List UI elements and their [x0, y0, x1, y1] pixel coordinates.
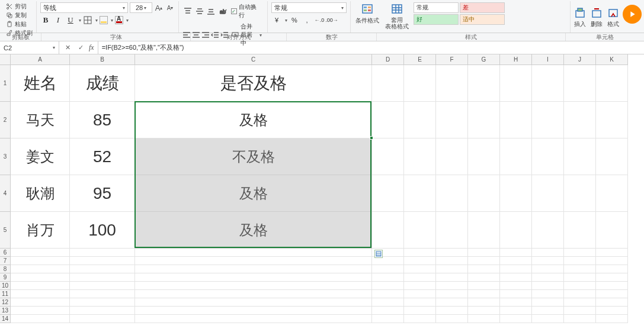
cell-C2[interactable]: 及格	[135, 102, 372, 138]
cell-B6[interactable]	[70, 249, 135, 257]
cell-F13[interactable]	[436, 307, 468, 315]
cell-B11[interactable]	[70, 290, 135, 298]
cell-E1[interactable]	[404, 65, 436, 102]
decrease-font-button[interactable]: A▾	[165, 2, 175, 13]
cell-K1[interactable]	[596, 65, 628, 102]
cell-D3[interactable]	[372, 138, 404, 175]
cell-C12[interactable]	[135, 298, 372, 307]
cell-D9[interactable]	[372, 273, 404, 282]
cell-B5[interactable]: 100	[70, 212, 135, 249]
cell-J10[interactable]	[564, 282, 596, 290]
cell-style-gallery[interactable]: 常规 差 好 适中	[414, 2, 505, 25]
align-bottom-button[interactable]	[206, 7, 216, 16]
cell-style-normal[interactable]: 常规	[414, 2, 459, 13]
row-header-14[interactable]: 14	[0, 315, 11, 323]
row-header-1[interactable]: 1	[0, 65, 11, 102]
cell-E4[interactable]	[404, 175, 436, 212]
font-size-select[interactable]: 28 ▾	[130, 2, 152, 13]
cancel-formula-button[interactable]: ✕	[63, 43, 72, 53]
cell-C13[interactable]	[135, 307, 372, 315]
name-box[interactable]: C2 ▾	[0, 41, 59, 54]
cell-D8[interactable]	[372, 265, 404, 273]
col-header-C[interactable]: C	[135, 54, 372, 65]
format-cells-button[interactable]: 格式	[607, 7, 619, 28]
cell-J5[interactable]	[564, 212, 596, 249]
cell-H14[interactable]	[500, 315, 532, 323]
cell-A1[interactable]: 姓名	[11, 65, 70, 102]
cell-G12[interactable]	[468, 298, 500, 307]
cell-I6[interactable]	[532, 249, 564, 257]
cell-style-bad[interactable]: 差	[460, 2, 505, 13]
align-left-button[interactable]	[182, 30, 191, 40]
increase-decimal-button[interactable]: ←.0	[314, 15, 325, 25]
col-header-B[interactable]: B	[70, 54, 135, 65]
cell-K9[interactable]	[596, 273, 628, 282]
cell-F9[interactable]	[436, 273, 468, 282]
cell-C3[interactable]: 不及格	[135, 138, 372, 175]
cell-F12[interactable]	[436, 298, 468, 307]
cell-J4[interactable]	[564, 175, 596, 212]
cell-E8[interactable]	[404, 265, 436, 273]
cell-C14[interactable]	[135, 315, 372, 323]
cell-K11[interactable]	[596, 290, 628, 298]
row-header-5[interactable]: 5	[0, 212, 11, 249]
row-header-6[interactable]: 6	[0, 249, 11, 257]
cell-I8[interactable]	[532, 265, 564, 273]
cell-K6[interactable]	[596, 249, 628, 257]
cell-G11[interactable]	[468, 290, 500, 298]
cell-E9[interactable]	[404, 273, 436, 282]
cell-H3[interactable]	[500, 138, 532, 175]
cell-E11[interactable]	[404, 290, 436, 298]
cell-F14[interactable]	[436, 315, 468, 323]
cell-J7[interactable]	[564, 257, 596, 265]
cell-I5[interactable]	[532, 212, 564, 249]
cell-D4[interactable]	[372, 175, 404, 212]
bold-button[interactable]: B	[40, 15, 51, 25]
cell-A7[interactable]	[11, 257, 70, 265]
cell-H8[interactable]	[500, 265, 532, 273]
cell-I10[interactable]	[532, 282, 564, 290]
col-header-G[interactable]: G	[468, 54, 500, 65]
col-header-K[interactable]: K	[596, 54, 628, 65]
cell-J1[interactable]	[564, 65, 596, 102]
cell-J11[interactable]	[564, 290, 596, 298]
cell-D1[interactable]	[372, 65, 404, 102]
cell-C11[interactable]	[135, 290, 372, 298]
col-header-E[interactable]: E	[404, 54, 436, 65]
cell-D2[interactable]	[372, 102, 404, 138]
cell-H5[interactable]	[500, 212, 532, 249]
cell-K3[interactable]	[596, 138, 628, 175]
cell-A10[interactable]	[11, 282, 70, 290]
row-header-12[interactable]: 12	[0, 298, 11, 307]
cell-H7[interactable]	[500, 257, 532, 265]
orientation-button[interactable]: ab	[217, 7, 228, 16]
cell-C9[interactable]	[135, 273, 372, 282]
cell-E6[interactable]	[404, 249, 436, 257]
increase-font-button[interactable]: A▴	[154, 2, 164, 13]
cell-F7[interactable]	[436, 257, 468, 265]
cell-I11[interactable]	[532, 290, 564, 298]
align-top-button[interactable]	[182, 7, 193, 16]
delete-cells-button[interactable]: 删除	[591, 7, 603, 28]
wrap-text-button[interactable]: ✓ 自动换行	[229, 2, 264, 20]
cell-I12[interactable]	[532, 298, 564, 307]
cell-E7[interactable]	[404, 257, 436, 265]
col-header-F[interactable]: F	[436, 54, 468, 65]
cell-I1[interactable]	[532, 65, 564, 102]
col-header-I[interactable]: I	[532, 54, 564, 65]
cell-J12[interactable]	[564, 298, 596, 307]
percent-button[interactable]: %	[289, 15, 300, 25]
cell-B4[interactable]: 95	[70, 175, 135, 212]
number-format-select[interactable]: 常规 ▾	[271, 2, 347, 13]
cell-B14[interactable]	[70, 315, 135, 323]
align-right-button[interactable]	[201, 30, 210, 40]
cell-A8[interactable]	[11, 265, 70, 273]
align-middle-button[interactable]	[194, 7, 205, 16]
fill-color-button[interactable]	[100, 16, 108, 24]
format-painter-button[interactable]: 格式刷	[6, 29, 33, 37]
cell-I2[interactable]	[532, 102, 564, 138]
cell-C1[interactable]: 是否及格	[135, 65, 372, 102]
cell-D10[interactable]	[372, 282, 404, 290]
cell-A14[interactable]	[11, 315, 70, 323]
font-color-button[interactable]: A	[115, 16, 123, 24]
